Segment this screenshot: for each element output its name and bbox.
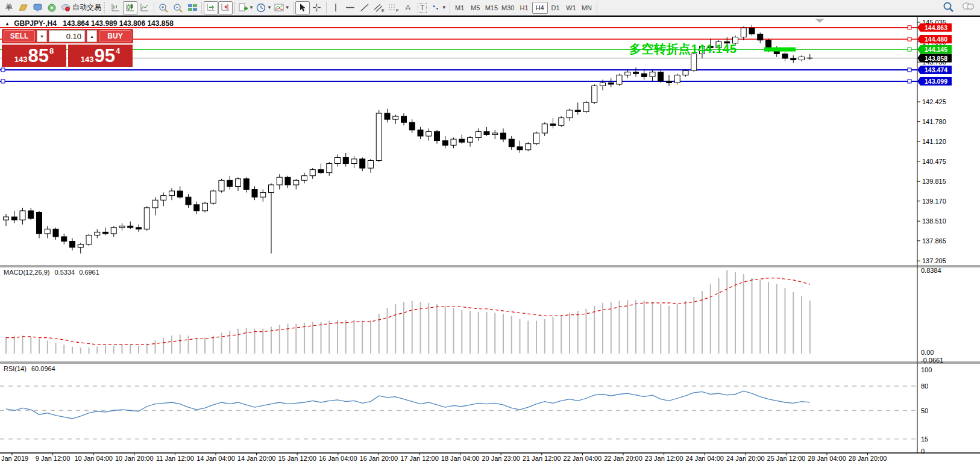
- chart-markers: [764, 19, 825, 52]
- candlestick-chart-icon[interactable]: [123, 1, 137, 14]
- chart-shift-icon[interactable]: [218, 1, 233, 14]
- auto-scroll-icon[interactable]: [204, 1, 218, 14]
- svg-text:21 Jan 12:00: 21 Jan 12:00: [523, 455, 561, 462]
- green-level-bar: [764, 48, 796, 52]
- horizontal-line-tool[interactable]: [343, 1, 357, 14]
- search-icon[interactable]: [943, 1, 953, 14]
- timeframe-mn[interactable]: MN: [579, 2, 595, 14]
- buy-price-button[interactable]: 143 95 4: [68, 45, 133, 67]
- svg-text:139.815: 139.815: [922, 178, 946, 185]
- line-chart-icon[interactable]: [137, 1, 152, 14]
- toolbar-separator: [597, 2, 597, 14]
- sell-price-main: 143: [14, 55, 28, 64]
- label-tool-glyph: T: [418, 3, 427, 13]
- svg-text:10 Jan 04:00: 10 Jan 04:00: [74, 455, 113, 462]
- svg-text:20 Jan 23:00: 20 Jan 23:00: [482, 455, 520, 462]
- toolbar-separator: [154, 2, 154, 14]
- volume-decrease-button[interactable]: ▼: [37, 30, 47, 42]
- tile-windows-icon[interactable]: [185, 1, 199, 14]
- svg-text:143.474: 143.474: [925, 66, 947, 73]
- macd-main-value: 0.5334: [54, 269, 75, 276]
- chart-canvas[interactable]: 145.035144.390143.730143.085142.425141.7…: [0, 17, 980, 465]
- chart-shift-marker: [815, 19, 825, 23]
- timeframe-m5[interactable]: M5: [468, 2, 483, 14]
- toolbar-separator: [201, 2, 202, 14]
- svg-text:8 Jan 2019: 8 Jan 2019: [0, 455, 28, 462]
- toolbar-right-group: [943, 1, 974, 14]
- chevron-down-icon: ▼: [249, 5, 254, 10]
- svg-text:137.205: 137.205: [922, 257, 946, 264]
- buy-price-big: 95: [94, 46, 115, 65]
- svg-text:0: 0: [921, 448, 925, 455]
- svg-text:16 Jan 04:00: 16 Jan 04:00: [319, 455, 357, 462]
- svg-text:141.780: 141.780: [922, 118, 946, 125]
- buy-price-main: 143: [81, 55, 94, 64]
- rsi-indicator-label: RSI(14) 60.0964: [4, 365, 55, 372]
- timeframe-m30[interactable]: M30: [500, 2, 516, 14]
- svg-text:144.145: 144.145: [925, 46, 947, 53]
- svg-text:F: F: [396, 8, 398, 13]
- text-label-tool[interactable]: T: [415, 1, 430, 14]
- chart-annotation-text[interactable]: 多空转折点144.145: [629, 41, 737, 57]
- volume-increase-button[interactable]: ▲: [87, 30, 97, 42]
- new-order-button[interactable]: 单: [1, 1, 16, 14]
- fibonacci-tool[interactable]: F: [386, 1, 401, 14]
- equidistant-channel-tool[interactable]: E: [372, 1, 386, 14]
- periods-button[interactable]: ▼: [255, 1, 273, 14]
- signal-icon[interactable]: [45, 1, 59, 14]
- zoom-out-icon[interactable]: [171, 1, 185, 14]
- sell-price-button[interactable]: 143 85 8: [2, 45, 66, 67]
- time-axis: 8 Jan 20199 Jan 12:0010 Jan 04:0010 Jan …: [0, 453, 887, 462]
- svg-text:28 Jan 04:00: 28 Jan 04:00: [808, 455, 846, 462]
- crosshair-tool[interactable]: [310, 1, 324, 14]
- timeframe-w1[interactable]: W1: [564, 2, 579, 14]
- text-tool[interactable]: A: [401, 1, 415, 14]
- svg-text:142.425: 142.425: [922, 98, 946, 105]
- cursor-tool[interactable]: [295, 1, 310, 14]
- arrows-tool[interactable]: ▼: [430, 1, 448, 14]
- svg-text:140.475: 140.475: [922, 158, 946, 165]
- buy-price-pip: 4: [116, 46, 120, 55]
- buy-button[interactable]: BUY: [99, 30, 131, 42]
- bar-chart-icon[interactable]: [108, 1, 123, 14]
- frame-lines: [0, 17, 980, 453]
- templates-button[interactable]: ▼: [273, 1, 291, 14]
- zoom-in-icon[interactable]: [156, 1, 171, 14]
- rsi-name: RSI(14): [4, 365, 27, 372]
- new-chart-button[interactable]: ▼: [237, 1, 255, 14]
- sell-button[interactable]: SELL: [4, 30, 35, 42]
- rsi-value: 60.0964: [31, 365, 55, 372]
- terminal-icon[interactable]: [30, 1, 45, 14]
- svg-text:0.00: 0.00: [921, 349, 934, 356]
- svg-text:15: 15: [921, 435, 928, 443]
- macd-signal-value: 0.6961: [79, 269, 99, 276]
- chat-icon[interactable]: [962, 2, 974, 14]
- svg-text:17 Jan 12:00: 17 Jan 12:00: [400, 455, 439, 462]
- svg-text:15 Jan 12:00: 15 Jan 12:00: [278, 455, 316, 462]
- svg-text:139.170: 139.170: [922, 198, 946, 205]
- autotrade-button[interactable]: 自动交易: [59, 1, 102, 14]
- main-toolbar: 单 自动交易 ▼ ▼: [0, 0, 980, 16]
- svg-text:100: 100: [921, 366, 932, 373]
- timeframe-d1[interactable]: D1: [548, 2, 564, 14]
- one-click-trade-panel: SELL ▼ 0.10 ▲ BUY 143 85 8 143 95 4: [2, 29, 133, 67]
- new-order-label: 单: [5, 2, 13, 13]
- svg-text:25 Jan 12:00: 25 Jan 12:00: [767, 455, 806, 462]
- svg-text:137.865: 137.865: [922, 237, 946, 245]
- svg-text:141.120: 141.120: [922, 138, 946, 145]
- price-level-lines: [0, 26, 917, 83]
- collapse-triangle-icon[interactable]: ▲: [5, 21, 10, 27]
- text-tool-label: A: [405, 3, 410, 12]
- chevron-down-icon: ▼: [285, 5, 290, 10]
- svg-text:80: 80: [921, 382, 928, 390]
- toolbar-separator: [293, 2, 294, 14]
- timeframe-h1[interactable]: H1: [517, 2, 532, 14]
- trendline-tool[interactable]: [357, 1, 372, 14]
- timeframe-m1[interactable]: M1: [452, 2, 468, 14]
- volume-input[interactable]: 0.10: [49, 30, 85, 42]
- vertical-line-tool[interactable]: [328, 1, 343, 14]
- timeframe-m15[interactable]: M15: [483, 2, 500, 14]
- chart-title: ▲ GBPJPY-,H4 143.864 143.989 143.806 143…: [5, 19, 174, 28]
- history-center-icon[interactable]: [16, 1, 30, 14]
- timeframe-h4[interactable]: H4: [532, 2, 548, 14]
